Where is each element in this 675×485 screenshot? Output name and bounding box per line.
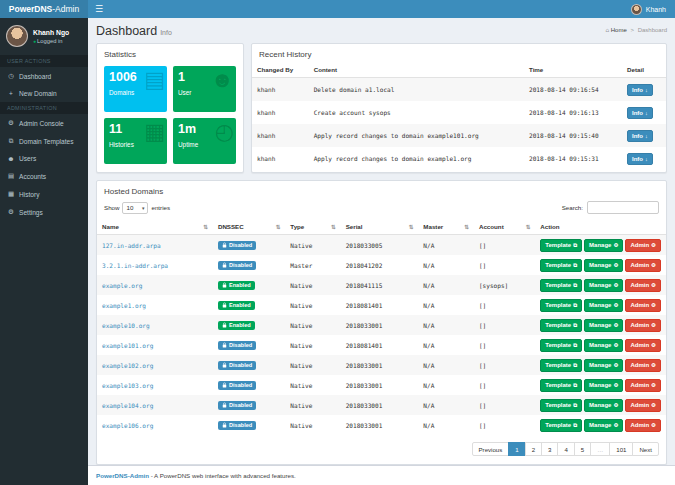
hosted-domains-body: 127.in-addr.arpa Disabled Native 2018033… xyxy=(97,235,666,436)
page-button[interactable]: 2 xyxy=(525,442,542,456)
manage-button[interactable]: Manage⚙ xyxy=(584,239,623,252)
sort-icon[interactable]: ⇅ xyxy=(276,224,281,230)
domain-name-link[interactable]: example103.org xyxy=(102,382,153,389)
manage-button[interactable]: Manage⚙ xyxy=(584,419,623,432)
template-button[interactable]: Template⧉ xyxy=(540,359,582,372)
lock-icon xyxy=(222,322,227,328)
sidebar-item[interactable]: ◷ Dashboard xyxy=(0,67,88,85)
domain-name-link[interactable]: example101.org xyxy=(102,342,153,349)
manage-button[interactable]: Manage⚙ xyxy=(584,259,623,272)
column-header[interactable]: Account⇅ xyxy=(474,219,535,235)
template-button[interactable]: Template⧉ xyxy=(540,299,582,312)
admin-button[interactable]: Admin⚙ xyxy=(625,339,661,352)
recent-history-panel: Recent History Changed ByContentTimeDeta… xyxy=(251,43,667,173)
gear-icon: ⚙ xyxy=(613,262,618,268)
manage-button[interactable]: Manage⚙ xyxy=(584,299,623,312)
column-header[interactable]: Action⇅ xyxy=(535,219,666,235)
manage-button[interactable]: Manage⚙ xyxy=(584,379,623,392)
type-cell: Native xyxy=(285,395,340,415)
sidebar-toggle-icon[interactable]: ☰ xyxy=(88,0,110,18)
domain-name-link[interactable]: 3.2.1.in-addr.arpa xyxy=(102,262,168,269)
admin-button[interactable]: Admin⚙ xyxy=(625,419,661,432)
page-button[interactable]: 101 xyxy=(609,442,633,456)
column-header[interactable]: Master⇅ xyxy=(418,219,474,235)
domain-name-link[interactable]: example102.org xyxy=(102,362,153,369)
page-button[interactable]: 3 xyxy=(541,442,558,456)
admin-button[interactable]: Admin⚙ xyxy=(625,359,661,372)
search-input[interactable] xyxy=(587,201,659,214)
admin-button[interactable]: Admin⚙ xyxy=(625,299,661,312)
sort-icon[interactable]: ⇅ xyxy=(203,224,208,230)
domain-name-link[interactable]: example1.org xyxy=(102,302,146,309)
manage-button[interactable]: Manage⚙ xyxy=(584,399,623,412)
dnssec-badge: Disabled xyxy=(218,361,256,370)
admin-button[interactable]: Admin⚙ xyxy=(625,259,661,272)
page-button[interactable]: Previous xyxy=(472,442,510,456)
column-header[interactable]: Serial⇅ xyxy=(341,219,419,235)
domain-name-link[interactable]: example104.org xyxy=(102,402,153,409)
navbar-user-menu[interactable]: Khanh xyxy=(622,0,675,18)
sidebar-user-status: ●Logged in xyxy=(33,38,69,44)
gear-icon: ⚙ xyxy=(613,422,618,428)
stat-box[interactable]: 11 Histories ▦ xyxy=(104,118,167,164)
template-button[interactable]: Template⧉ xyxy=(540,259,582,272)
sort-icon[interactable]: ⇅ xyxy=(331,224,336,230)
info-button[interactable]: Info↓ xyxy=(627,130,653,142)
breadcrumb-home[interactable]: Home xyxy=(611,27,627,33)
page-button[interactable]: 4 xyxy=(557,442,574,456)
admin-button[interactable]: Admin⚙ xyxy=(625,379,661,392)
sort-icon[interactable]: ⇅ xyxy=(464,224,469,230)
template-button[interactable]: Template⧉ xyxy=(540,339,582,352)
sidebar-item[interactable]: ⚙ Settings xyxy=(0,203,88,221)
sidebar-item[interactable]: ☻ Users xyxy=(0,150,88,167)
gear-icon: ⚙ xyxy=(651,282,656,288)
admin-button[interactable]: Admin⚙ xyxy=(625,319,661,332)
manage-button[interactable]: Manage⚙ xyxy=(584,359,623,372)
footer-brand-link[interactable]: PowerDNS-Admin xyxy=(96,472,149,479)
info-button[interactable]: Info↓ xyxy=(627,84,653,96)
page-length-select[interactable]: 10▾ xyxy=(122,202,148,214)
template-button[interactable]: Template⧉ xyxy=(540,399,582,412)
domain-name-link[interactable]: example106.org xyxy=(102,422,153,429)
page-button[interactable]: 1 xyxy=(508,442,525,456)
manage-button[interactable]: Manage⚙ xyxy=(584,319,623,332)
admin-button[interactable]: Admin⚙ xyxy=(625,279,661,292)
home-icon: ⌂ xyxy=(605,27,609,33)
admin-button[interactable]: Admin⚙ xyxy=(625,239,661,252)
brand-bold: PowerDNS xyxy=(9,4,52,14)
page-button[interactable]: Next xyxy=(632,442,659,456)
domain-row: example10.org Enabled Native 2018033001 … xyxy=(97,315,666,335)
manage-button[interactable]: Manage⚙ xyxy=(584,279,623,292)
template-button[interactable]: Template⧉ xyxy=(540,379,582,392)
manage-button[interactable]: Manage⚙ xyxy=(584,339,623,352)
domain-name-link[interactable]: example10.org xyxy=(102,322,150,329)
template-button[interactable]: Template⧉ xyxy=(540,279,582,292)
gear-icon: ⚙ xyxy=(651,262,656,268)
master-cell: N/A xyxy=(418,295,474,315)
app-brand[interactable]: PowerDNS-Admin xyxy=(0,0,88,18)
template-button[interactable]: Template⧉ xyxy=(540,239,582,252)
column-header[interactable]: DNSSEC⇅ xyxy=(213,219,285,235)
sort-icon[interactable]: ⇅ xyxy=(409,224,414,230)
column-header[interactable]: Type⇅ xyxy=(285,219,340,235)
sidebar-item[interactable]: ⚙ Admin Console xyxy=(0,114,88,132)
domain-name-link[interactable]: example.org xyxy=(102,282,142,289)
sidebar-item[interactable]: ⧉ Domain Templates xyxy=(0,132,88,150)
sidebar-item[interactable]: + New Domain xyxy=(0,85,88,102)
column-header[interactable]: Name⇅ xyxy=(97,219,213,235)
page-button[interactable]: … xyxy=(590,442,610,456)
info-button[interactable]: Info↓ xyxy=(627,107,653,119)
sidebar-item[interactable]: ▤ Accounts xyxy=(0,167,88,185)
sort-icon[interactable]: ⇅ xyxy=(526,224,531,230)
domain-name-link[interactable]: 127.in-addr.arpa xyxy=(102,242,161,249)
admin-button[interactable]: Admin⚙ xyxy=(625,399,661,412)
template-button[interactable]: Template⧉ xyxy=(540,319,582,332)
stat-box[interactable]: 1m Uptime ◴ xyxy=(173,118,236,164)
stat-box[interactable]: 1 User ☻ xyxy=(173,66,236,112)
template-button[interactable]: Template⧉ xyxy=(540,419,582,432)
page-button[interactable]: 5 xyxy=(574,442,591,456)
statistics-title: Statistics xyxy=(97,44,243,62)
stat-box[interactable]: 1006 Domains ▤ xyxy=(104,66,167,112)
info-button[interactable]: Info↓ xyxy=(627,153,653,165)
sidebar-item[interactable]: ▦ History xyxy=(0,185,88,203)
